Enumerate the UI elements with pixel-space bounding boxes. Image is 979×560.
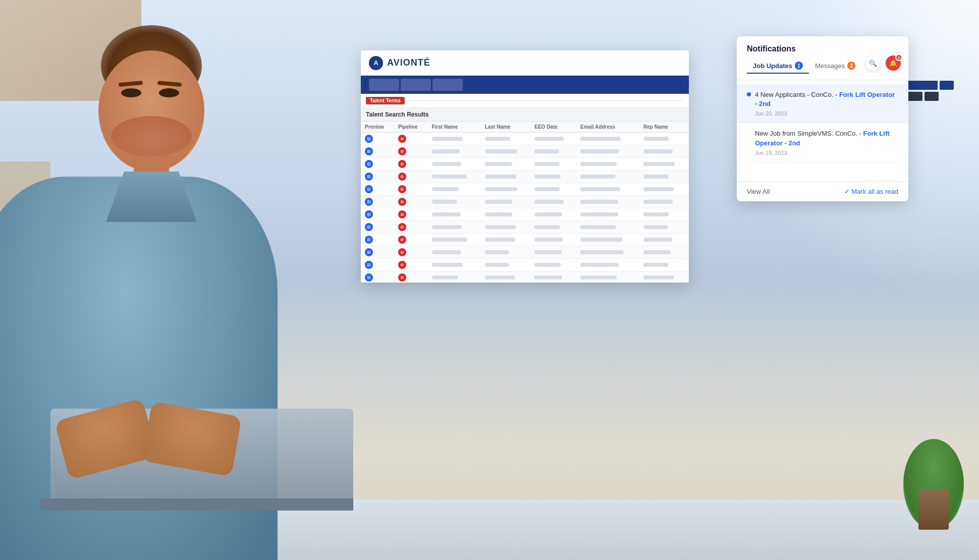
cell-firstname: [428, 183, 481, 196]
view-all-link[interactable]: View All: [747, 188, 770, 195]
cell-pipeline[interactable]: ⊗: [394, 246, 428, 259]
avionte-app-window: A AVIONTÉ Talent Terms Talent Search Res…: [361, 50, 689, 283]
job-updates-badge: 1: [795, 62, 803, 70]
app-header: A AVIONTÉ: [361, 50, 689, 76]
cell-email: [576, 246, 639, 259]
cell-lastname: [481, 171, 530, 183]
cell-eeodate: [530, 145, 576, 158]
logo-text: AVIONTÉ: [387, 58, 430, 68]
cell-preview[interactable]: ⊞: [361, 246, 394, 259]
table-row[interactable]: ⊞⊗: [361, 259, 689, 271]
cell-lastname: [481, 145, 530, 158]
col-email: Email Address: [576, 122, 639, 133]
cell-repname: [639, 183, 689, 196]
cell-firstname: [428, 259, 481, 271]
cell-lastname: [481, 183, 530, 196]
cell-preview[interactable]: ⊞: [361, 196, 394, 208]
cell-pipeline[interactable]: ⊗: [394, 259, 428, 271]
table-row[interactable]: ⊞⊗: [361, 271, 689, 283]
cell-preview[interactable]: ⊞: [361, 145, 394, 158]
person-photo: [0, 0, 353, 560]
cell-pipeline[interactable]: ⊗: [394, 234, 428, 246]
notifications-footer: View All ✓ Mark all as read: [737, 181, 908, 201]
cell-firstname: [428, 133, 481, 145]
cell-firstname: [428, 196, 481, 208]
col-firstname: First Name: [428, 122, 481, 133]
arms-on-laptop: [61, 358, 262, 469]
cell-email: [576, 196, 639, 208]
cell-preview[interactable]: ⊞: [361, 133, 394, 145]
unread-dot-1: [747, 92, 751, 96]
table-row[interactable]: ⊞⊗: [361, 196, 689, 208]
cell-preview[interactable]: ⊞: [361, 208, 394, 221]
table-row[interactable]: ⊞⊗: [361, 145, 689, 158]
talent-terms-tag: Talent Terms: [366, 97, 405, 104]
app-logo: A AVIONTÉ: [369, 56, 430, 70]
cell-preview[interactable]: ⊞: [361, 234, 394, 246]
search-button[interactable]: 🔍: [865, 55, 881, 71]
cell-firstname: [428, 234, 481, 246]
cell-repname: [639, 196, 689, 208]
cell-pipeline[interactable]: ⊗: [394, 183, 428, 196]
notification-items-list: 4 New Applicants - ConCo. - Fork Lift Op…: [737, 80, 908, 181]
table-row[interactable]: ⊞⊗: [361, 171, 689, 183]
table-row[interactable]: ⊞⊗: [361, 221, 689, 234]
cell-repname: [639, 145, 689, 158]
cell-lastname: [481, 208, 530, 221]
cell-eeodate: [530, 133, 576, 145]
cell-email: [576, 133, 639, 145]
cell-preview[interactable]: ⊞: [361, 158, 394, 171]
cell-firstname: [428, 271, 481, 283]
table-row[interactable]: ⊞⊗: [361, 133, 689, 145]
cell-preview[interactable]: ⊞: [361, 221, 394, 234]
cell-email: [576, 234, 639, 246]
col-repname: Rep Name: [639, 122, 689, 133]
cell-preview[interactable]: ⊞: [361, 183, 394, 196]
top-right-icons: 🔍 🔔 3: [865, 55, 901, 71]
cell-eeodate: [530, 271, 576, 283]
cell-pipeline[interactable]: ⊗: [394, 158, 428, 171]
col-eeodate: EEO Date: [530, 122, 576, 133]
notification-item-1[interactable]: 4 New Applicants - ConCo. - Fork Lift Op…: [737, 84, 908, 123]
tab-messages-label: Messages: [815, 62, 845, 70]
cell-pipeline[interactable]: ⊗: [394, 271, 428, 283]
data-table-container[interactable]: Preview Pipeline First Name Last Name EE…: [361, 122, 689, 283]
mark-all-read-link[interactable]: ✓ Mark all as read: [844, 188, 898, 195]
cell-preview[interactable]: ⊞: [361, 271, 394, 283]
table-row[interactable]: ⊞⊗: [361, 183, 689, 196]
notification-item-2-header: New Job from SimpleVMS: ConCo. - Fork Li…: [747, 129, 898, 147]
app-nav-bar: [361, 76, 689, 94]
messages-badge: 2: [847, 62, 855, 70]
cell-repname: [639, 259, 689, 271]
table-row[interactable]: ⊞⊗: [361, 158, 689, 171]
cell-email: [576, 145, 639, 158]
tab-messages[interactable]: Messages 2: [809, 59, 861, 74]
cell-repname: [639, 271, 689, 283]
cell-pipeline[interactable]: ⊗: [394, 208, 428, 221]
svg-text:A: A: [374, 60, 378, 67]
notification-item-2[interactable]: New Job from SimpleVMS: ConCo. - Fork Li…: [737, 123, 908, 162]
cell-pipeline[interactable]: ⊗: [394, 145, 428, 158]
cell-lastname: [481, 234, 530, 246]
cell-email: [576, 171, 639, 183]
talent-terms-bar: Talent Terms: [361, 94, 689, 108]
cell-firstname: [428, 208, 481, 221]
cell-preview[interactable]: ⊞: [361, 259, 394, 271]
cell-firstname: [428, 171, 481, 183]
cell-firstname: [428, 158, 481, 171]
cell-email: [576, 183, 639, 196]
col-preview: Preview: [361, 122, 394, 133]
table-row[interactable]: ⊞⊗: [361, 208, 689, 221]
cell-pipeline[interactable]: ⊗: [394, 196, 428, 208]
tab-job-updates[interactable]: Job Updates 1: [747, 59, 809, 74]
cell-pipeline[interactable]: ⊗: [394, 171, 428, 183]
logo-icon: A: [369, 56, 383, 70]
tab-job-updates-label: Job Updates: [753, 62, 792, 70]
table-row[interactable]: ⊞⊗: [361, 234, 689, 246]
notification-bell-button[interactable]: 🔔 3: [886, 55, 901, 71]
cell-preview[interactable]: ⊞: [361, 171, 394, 183]
table-row[interactable]: ⊞⊗: [361, 246, 689, 259]
cell-pipeline[interactable]: ⊗: [394, 221, 428, 234]
notification-item-1-header: 4 New Applicants - ConCo. - Fork Lift Op…: [747, 90, 898, 108]
cell-pipeline[interactable]: ⊗: [394, 133, 428, 145]
